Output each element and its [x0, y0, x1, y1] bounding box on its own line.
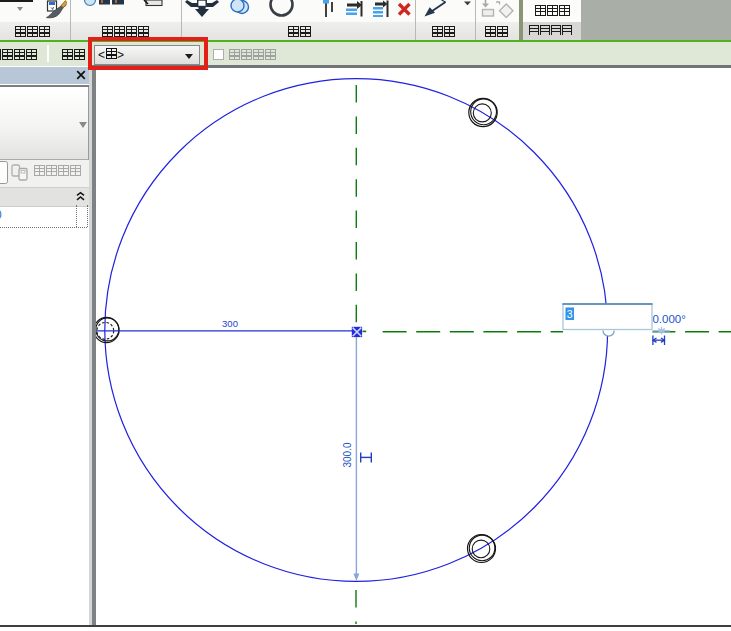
svg-text:3: 3	[567, 308, 573, 320]
svg-text:300: 300	[222, 318, 238, 329]
svg-text:300.0: 300.0	[342, 442, 353, 467]
